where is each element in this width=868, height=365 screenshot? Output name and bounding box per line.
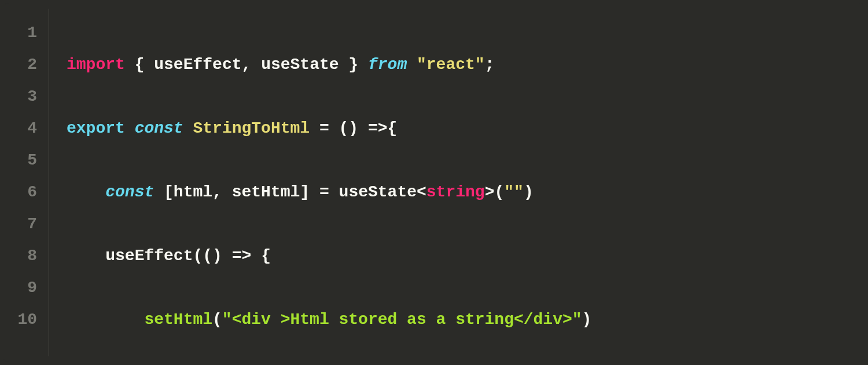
bracket: ] [300,183,310,201]
keyword-import: import [67,56,125,74]
line-number: 5 [27,144,37,176]
line-number: 7 [27,208,37,240]
brace: } [348,56,358,74]
keyword-from: from [368,56,407,74]
line-number: 3 [27,81,37,112]
keyword-export: export [67,119,125,137]
brace: { [388,119,398,137]
bracket: [ [164,183,174,201]
code-line: setHtml("<div >Html stored as a string</… [67,304,660,335]
semicolon: ; [485,56,495,74]
call: useEffect [105,247,193,265]
indent [67,311,144,329]
paren: ) [582,311,592,329]
angle-bracket: > [485,183,495,201]
line-number: 9 [27,272,37,304]
call: useState [339,183,417,201]
code-line: useEffect(() => { [67,240,660,272]
code-content[interactable]: import { useEffect, useState } from "rea… [49,9,660,356]
identifier: html [174,183,212,201]
type-param: string [426,183,485,201]
brace: { [135,56,145,74]
paren: ( [212,311,222,329]
line-number-gutter: 1 2 3 4 5 6 7 8 9 10 [3,9,49,356]
keyword-const: const [105,183,154,201]
code-line: import { useEffect, useState } from "rea… [67,49,660,81]
paren: ( [339,119,349,137]
line-number: 10 [17,304,37,335]
indent [67,247,105,265]
brace: { [261,247,271,265]
identifier: setHtml [232,183,300,201]
equals: = [319,119,329,137]
paren: ( [203,247,212,265]
line-number: 6 [27,176,37,208]
code-line: export const StringToHtml = () =>{ [67,112,660,144]
string-literal: "react" [417,56,485,74]
angle-bracket: < [417,183,426,201]
paren: ) [348,119,358,137]
code-line: const [html, setHtml] = useState<string>… [67,176,660,208]
indent [67,183,105,201]
comma: , [212,183,222,201]
paren: ) [524,183,534,201]
line-number: 2 [27,49,37,81]
equals: = [319,183,329,201]
string-literal: "<div >Html stored as a string</div>" [222,311,582,329]
arrow: => [368,119,388,137]
paren: ) [212,247,222,265]
string-literal: "" [504,183,524,201]
function-name: StringToHtml [193,119,310,137]
identifier: useState [261,56,339,74]
code-editor: 1 2 3 4 5 6 7 8 9 10 import { useEffect,… [3,3,865,362]
call: setHtml [144,311,212,329]
line-number: 4 [27,112,37,144]
identifier: useEffect [154,56,241,74]
paren: ( [193,247,203,265]
keyword-const: const [135,119,183,137]
arrow: => [232,247,252,265]
comma: , [242,56,252,74]
line-number: 8 [27,240,37,272]
paren: ( [494,183,504,201]
line-number: 1 [27,17,37,49]
